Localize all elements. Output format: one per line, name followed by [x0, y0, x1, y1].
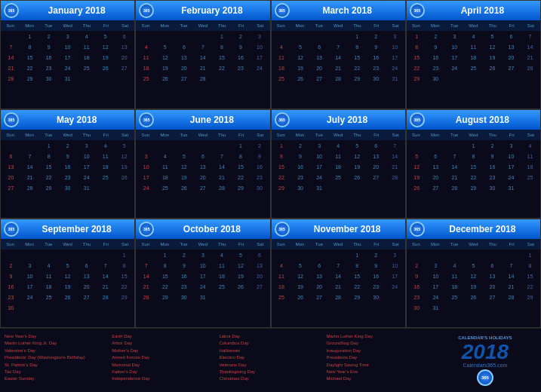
day-num[interactable]: 30 — [58, 183, 77, 194]
day-num[interactable]: 14 — [445, 162, 464, 173]
day-num[interactable]: 1 — [348, 32, 367, 42]
day-num[interactable]: 19 — [348, 162, 367, 173]
day-num[interactable]: 1 — [39, 141, 58, 152]
day-num[interactable]: 15 — [155, 271, 174, 282]
day-num[interactable]: 4 — [77, 32, 96, 42]
day-num[interactable]: 2 — [250, 141, 269, 152]
day-num[interactable]: 30 — [426, 74, 445, 84]
day-num[interactable]: 16 — [407, 282, 426, 292]
day-num[interactable]: 23 — [174, 282, 193, 292]
day-num[interactable]: 3 — [502, 141, 521, 152]
day-num[interactable]: 20 — [426, 173, 445, 183]
day-num[interactable]: 20 — [193, 173, 212, 183]
day-num[interactable]: 17 — [386, 271, 404, 282]
day-num[interactable]: 22 — [348, 63, 367, 74]
day-num[interactable]: 14 — [20, 162, 39, 173]
day-num[interactable]: 26 — [483, 63, 502, 74]
day-num[interactable]: 21 — [521, 53, 539, 63]
day-num[interactable]: 16 — [367, 53, 386, 63]
day-num[interactable]: 19 — [464, 282, 483, 292]
day-num[interactable]: 8 — [39, 152, 58, 162]
day-num[interactable]: 10 — [445, 42, 464, 53]
day-num[interactable]: 12 — [155, 53, 174, 63]
day-num[interactable]: 26 — [291, 292, 310, 303]
day-num[interactable]: 26 — [58, 292, 77, 303]
day-num[interactable]: 1 — [212, 32, 231, 42]
day-num[interactable]: 4 — [329, 141, 348, 152]
day-num[interactable]: 23 — [39, 63, 58, 74]
day-num[interactable]: 14 — [212, 162, 231, 173]
day-num[interactable]: 9 — [174, 261, 193, 271]
day-num[interactable]: 28 — [20, 183, 39, 194]
day-num[interactable]: 30 — [407, 303, 426, 314]
day-num[interactable]: 3 — [137, 152, 155, 162]
day-num[interactable]: 13 — [77, 271, 96, 282]
day-num[interactable]: 26 — [115, 173, 134, 183]
day-num[interactable]: 24 — [20, 292, 39, 303]
day-num[interactable]: 16 — [291, 162, 310, 173]
day-num[interactable]: 12 — [96, 42, 115, 53]
day-num[interactable]: 16 — [2, 282, 20, 292]
day-num[interactable]: 14 — [96, 271, 115, 282]
day-num[interactable]: 1 — [272, 141, 291, 152]
day-num[interactable]: 12 — [291, 271, 310, 282]
day-num[interactable]: 24 — [445, 63, 464, 74]
day-num[interactable]: 4 — [39, 261, 58, 271]
day-num[interactable]: 14 — [329, 271, 348, 282]
day-num[interactable]: 19 — [58, 282, 77, 292]
day-num[interactable]: 5 — [464, 261, 483, 271]
day-num[interactable]: 6 — [310, 261, 329, 271]
day-num[interactable]: 9 — [367, 42, 386, 53]
day-num[interactable]: 7 — [329, 261, 348, 271]
day-num[interactable]: 29 — [464, 183, 483, 194]
day-num[interactable]: 21 — [193, 63, 212, 74]
day-num[interactable]: 31 — [58, 74, 77, 84]
month-cell-6[interactable]: 365June 2018SunMonTueWedThuFriSat1234567… — [135, 109, 270, 219]
day-num[interactable]: 6 — [310, 42, 329, 53]
day-num[interactable]: 2 — [174, 250, 193, 261]
day-num[interactable]: 16 — [231, 53, 250, 63]
day-num[interactable]: 24 — [250, 63, 269, 74]
day-num[interactable]: 13 — [174, 53, 193, 63]
day-num[interactable]: 17 — [426, 282, 445, 292]
day-num[interactable]: 28 — [193, 74, 212, 84]
day-num[interactable]: 27 — [2, 183, 20, 194]
day-num[interactable]: 22 — [348, 282, 367, 292]
day-num[interactable]: 18 — [272, 63, 291, 74]
day-num[interactable]: 11 — [521, 152, 539, 162]
day-num[interactable]: 10 — [386, 261, 404, 271]
day-num[interactable]: 29 — [521, 292, 539, 303]
day-num[interactable]: 9 — [250, 152, 269, 162]
month-cell-10[interactable]: 365October 2018SunMonTueWedThuFriSat1234… — [135, 219, 270, 328]
day-num[interactable]: 19 — [291, 282, 310, 292]
day-num[interactable]: 17 — [193, 271, 212, 282]
day-num[interactable]: 15 — [39, 162, 58, 173]
day-num[interactable]: 15 — [348, 271, 367, 282]
day-num[interactable]: 6 — [174, 42, 193, 53]
day-num[interactable]: 24 — [386, 282, 404, 292]
day-num[interactable]: 27 — [483, 292, 502, 303]
day-num[interactable]: 11 — [272, 53, 291, 63]
day-num[interactable]: 22 — [155, 282, 174, 292]
day-num[interactable]: 7 — [20, 152, 39, 162]
day-num[interactable]: 3 — [445, 32, 464, 42]
day-num[interactable]: 28 — [329, 74, 348, 84]
day-num[interactable]: 24 — [58, 63, 77, 74]
day-num[interactable]: 2 — [426, 32, 445, 42]
day-num[interactable]: 18 — [272, 282, 291, 292]
day-num[interactable]: 14 — [193, 53, 212, 63]
day-num[interactable]: 28 — [2, 74, 20, 84]
day-num[interactable]: 9 — [291, 152, 310, 162]
day-num[interactable]: 21 — [445, 173, 464, 183]
day-num[interactable]: 20 — [2, 173, 20, 183]
day-num[interactable]: 9 — [39, 42, 58, 53]
day-num[interactable]: 27 — [310, 74, 329, 84]
day-num[interactable]: 19 — [231, 271, 250, 282]
day-num[interactable]: 23 — [231, 63, 250, 74]
day-num[interactable]: 14 — [137, 271, 155, 282]
day-num[interactable]: 23 — [58, 173, 77, 183]
day-num[interactable]: 23 — [250, 173, 269, 183]
day-num[interactable]: 26 — [231, 282, 250, 292]
day-num[interactable]: 31 — [426, 303, 445, 314]
day-num[interactable]: 24 — [137, 183, 155, 194]
